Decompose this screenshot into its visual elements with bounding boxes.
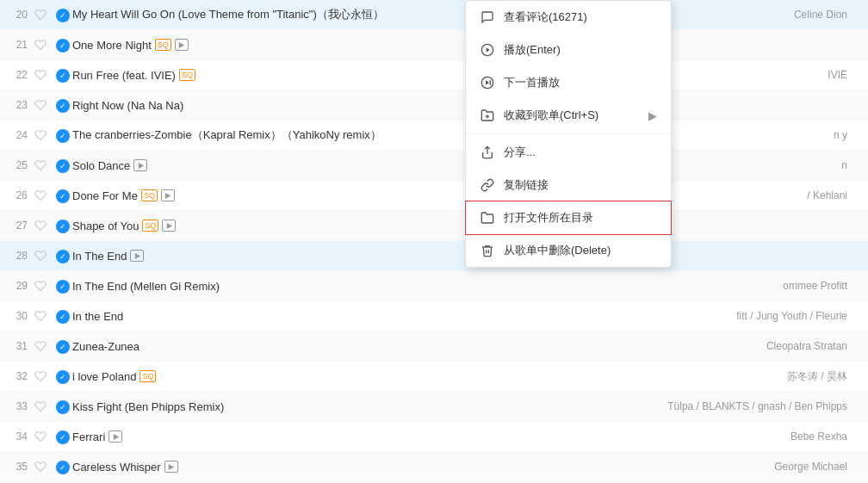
menu-item-play-next[interactable]: 下一首播放 <box>466 66 671 99</box>
svg-marker-1 <box>139 162 144 168</box>
folder-icon <box>480 210 495 226</box>
table-row[interactable]: 32✓i love PolandSQ苏冬涛 / 昊林 <box>0 362 868 392</box>
row-number: 31 <box>7 340 34 352</box>
menu-item-label: 收藏到歌单(Ctrl+S) <box>504 108 598 123</box>
table-row[interactable]: 33✓Kiss Fight (Ben Phipps Remix)Tülpa / … <box>0 392 868 422</box>
play-button-icon[interactable] <box>175 39 189 51</box>
svg-marker-2 <box>165 192 170 198</box>
downloaded-check-icon: ✓ <box>53 98 72 113</box>
table-row[interactable]: 23✓Right Now (Na Na Na) <box>0 90 868 121</box>
table-row[interactable]: 21✓One More NightSQ <box>0 30 868 60</box>
play-button-icon[interactable] <box>130 250 144 262</box>
song-title-text: Right Now (Na Na Na) <box>72 99 183 112</box>
row-number: 35 <box>7 461 34 473</box>
heart-icon[interactable] <box>34 129 53 141</box>
table-row[interactable]: 24✓The cranberries-Zombie（Kapral Remix）（… <box>0 121 868 151</box>
song-title-text: The cranberries-Zombie（Kapral Remix）（Yah… <box>72 127 381 143</box>
row-number: 28 <box>7 250 34 262</box>
heart-icon[interactable] <box>34 400 53 412</box>
row-number: 26 <box>7 189 34 201</box>
table-row[interactable]: 29✓In The End (Mellen Gi Remix)ommee Pro… <box>0 271 868 301</box>
song-artist: George Michael <box>620 461 861 473</box>
menu-item-label: 下一首播放 <box>504 75 560 90</box>
table-row[interactable]: 30✓In the Endfitt / Jung Youth / Fleurie <box>0 301 868 331</box>
song-title-text: i love Poland <box>72 370 136 383</box>
svg-marker-10 <box>486 80 489 84</box>
menu-item-play[interactable]: 播放(Enter) <box>466 34 671 66</box>
menu-item-remove[interactable]: 从歌单中删除(Delete) <box>466 234 671 267</box>
song-title-text: Done For Me <box>72 189 138 202</box>
table-row[interactable]: 26✓Done For MeSQ/ Kehlani <box>0 181 868 211</box>
play-button-icon[interactable] <box>161 189 175 201</box>
heart-icon[interactable] <box>34 310 53 322</box>
svg-marker-5 <box>114 433 119 439</box>
heart-icon[interactable] <box>34 430 53 443</box>
menu-item-add-to-playlist[interactable]: 收藏到歌单(Ctrl+S)▶ <box>466 99 671 132</box>
row-number: 29 <box>7 280 34 292</box>
song-title: Careless Whisper <box>72 461 620 474</box>
menu-item-label: 播放(Enter) <box>504 42 561 58</box>
heart-icon[interactable] <box>34 340 53 352</box>
menu-item-share[interactable]: 分享... <box>466 136 671 169</box>
row-number: 27 <box>7 220 34 232</box>
row-number: 22 <box>7 69 34 81</box>
heart-icon[interactable] <box>34 220 53 232</box>
menu-item-label: 查看评论(16271) <box>504 9 587 25</box>
song-artist: ommee Profitt <box>620 280 861 292</box>
song-title-text: In The End <box>72 250 127 263</box>
menu-item-comment[interactable]: 查看评论(16271) <box>466 1 671 34</box>
downloaded-check-icon: ✓ <box>53 38 72 53</box>
svg-marker-0 <box>179 41 184 47</box>
table-row[interactable]: 34✓FerrariBebe Rexha <box>0 422 868 452</box>
heart-icon[interactable] <box>34 99 53 111</box>
play-button-icon[interactable] <box>162 220 176 232</box>
downloaded-check-icon: ✓ <box>53 219 72 233</box>
heart-icon[interactable] <box>34 250 53 262</box>
heart-icon[interactable] <box>34 69 53 81</box>
sq-badge: SQ <box>155 39 171 52</box>
song-title-text: Solo Dance <box>72 159 130 172</box>
play-button-icon[interactable] <box>164 461 178 473</box>
sq-badge: SQ <box>141 189 158 202</box>
song-title-text: Run Free (feat. IVIE) <box>72 69 176 82</box>
play-button-icon[interactable] <box>133 159 147 171</box>
heart-icon[interactable] <box>34 280 53 292</box>
song-title: Ferrari <box>72 430 620 443</box>
table-row[interactable]: 22✓Run Free (feat. IVIE)SQIVIE <box>0 60 868 90</box>
comment-icon <box>480 9 495 25</box>
song-title: i love PolandSQ <box>72 370 620 383</box>
menu-item-label: 打开文件所在目录 <box>504 210 593 226</box>
song-title-text: In the End <box>72 310 123 323</box>
table-row[interactable]: 28✓In The End <box>0 241 868 271</box>
row-number: 24 <box>7 129 34 141</box>
menu-item-open-folder[interactable]: 打开文件所在目录 <box>465 201 672 235</box>
song-artist: Cleopatra Stratan <box>620 340 861 352</box>
play-button-icon[interactable] <box>108 430 122 443</box>
heart-icon[interactable] <box>34 189 53 201</box>
heart-icon[interactable] <box>34 159 53 171</box>
table-row[interactable]: 25✓Solo Dancen <box>0 151 868 181</box>
song-list: 20✓My Heart Will Go On (Love Theme from … <box>0 0 868 482</box>
row-number: 34 <box>7 430 34 443</box>
song-title-text: Kiss Fight (Ben Phipps Remix) <box>72 400 224 413</box>
song-title: Zunea-Zunea <box>72 340 620 353</box>
heart-icon[interactable] <box>34 461 53 473</box>
song-title-text: One More Night <box>72 39 152 52</box>
heart-icon[interactable] <box>34 39 53 51</box>
row-number: 25 <box>7 159 34 171</box>
link-icon <box>480 177 495 193</box>
context-menu: 查看评论(16271)播放(Enter)下一首播放收藏到歌单(Ctrl+S)▶分… <box>465 0 672 268</box>
downloaded-check-icon: ✓ <box>53 460 72 474</box>
song-title-text: Ferrari <box>72 430 105 443</box>
table-row[interactable]: 20✓My Heart Will Go On (Love Theme from … <box>0 0 868 30</box>
row-number: 30 <box>7 310 34 322</box>
heart-icon[interactable] <box>34 370 53 382</box>
menu-item-copy-link[interactable]: 复制链接 <box>466 169 671 201</box>
table-row[interactable]: 27✓Shape of YouSQ <box>0 211 868 241</box>
table-row[interactable]: 35✓Careless WhisperGeorge Michael <box>0 452 868 482</box>
downloaded-check-icon: ✓ <box>53 249 72 263</box>
table-row[interactable]: 31✓Zunea-ZuneaCleopatra Stratan <box>0 331 868 362</box>
row-number: 32 <box>7 370 34 382</box>
downloaded-check-icon: ✓ <box>53 8 72 22</box>
heart-icon[interactable] <box>34 9 53 21</box>
